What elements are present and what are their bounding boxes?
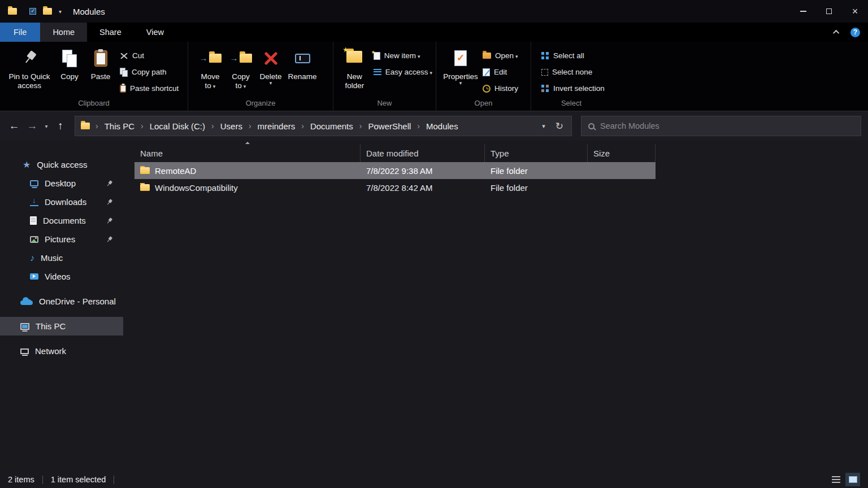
documents-icon [30,216,37,225]
select-none-button[interactable]: Select none [538,64,608,80]
sidebar-item-onedrive[interactable]: OneDrive - Personal [0,292,123,311]
file-type: File folder [485,183,588,193]
sidebar-item-quick-access[interactable]: Quick access [0,155,123,174]
move-to-icon: → [199,53,222,63]
up-button[interactable]: ↑ [52,120,69,132]
breadcrumb-local-disk[interactable]: Local Disk (C:) [144,121,211,131]
open-button[interactable]: Open [479,48,522,63]
copy-to-button[interactable]: → Copy to [225,45,256,90]
details-view-icon [832,476,840,483]
status-bar: 2 items 1 item selected [0,471,868,488]
qat-properties-icon[interactable] [29,8,36,15]
forward-button[interactable]: → [24,120,41,132]
file-date-modified: 7/8/2022 8:42 AM [361,183,485,193]
breadcrumb-users[interactable]: Users [214,121,249,131]
tab-view[interactable]: View [134,23,176,42]
search-icon [588,123,594,129]
table-row[interactable]: RemoteAD 7/8/2022 9:38 AM File folder [134,162,656,179]
column-header-size[interactable]: Size [588,144,656,162]
tab-home[interactable]: Home [40,23,87,42]
cut-button[interactable]: Cut [116,48,182,63]
select-all-button[interactable]: Select all [538,48,608,63]
scissors-icon [120,51,128,60]
sidebar-item-music[interactable]: Music [0,249,123,267]
tab-share[interactable]: Share [87,23,134,42]
table-row[interactable]: WindowsCompatibility 7/8/2022 8:42 AM Fi… [134,179,656,196]
sidebar-item-downloads[interactable]: Downloads [0,193,123,211]
maximize-button[interactable] [816,0,842,23]
breadcrumb-documents[interactable]: Documents [304,121,359,131]
folder-icon [140,167,150,174]
close-button[interactable]: × [842,0,868,23]
sidebar-item-desktop[interactable]: Desktop [0,174,123,193]
move-to-button[interactable]: → Move to [195,45,225,90]
sidebar-item-this-pc[interactable]: This PC [0,317,123,336]
videos-icon [30,273,38,280]
pin-to-quick-access-button[interactable]: Pin to Quick access [5,45,54,90]
column-header-date-modified[interactable]: Date modified [361,144,485,162]
breadcrumb-powershell[interactable]: PowerShell [362,121,417,131]
collapse-ribbon-icon[interactable] [833,30,839,36]
delete-button[interactable]: Delete ▾ [256,45,285,85]
breadcrumb-modules[interactable]: Modules [420,121,465,131]
refresh-icon[interactable] [555,120,563,132]
new-item-icon [374,52,380,60]
paste-shortcut-icon [120,85,126,93]
pin-icon [18,47,41,70]
easy-access-button[interactable]: Easy access [370,64,436,80]
breadcrumb-this-pc[interactable]: This PC [98,121,141,131]
paste-button[interactable]: Paste [85,45,116,81]
sidebar-item-videos[interactable]: Videos [0,267,123,286]
copy-icon [62,50,77,67]
history-button[interactable]: History [479,81,522,96]
sort-ascending-icon [245,142,250,144]
edit-button[interactable]: Edit [479,64,522,80]
back-button[interactable]: ← [6,120,23,132]
qat-customize-chevron-icon[interactable]: ▾ [59,8,62,15]
copy-button[interactable]: Copy [54,45,85,81]
breadcrumb-mreinders[interactable]: mreinders [251,121,302,131]
delete-dropdown-caret-icon: ▾ [270,81,272,85]
new-folder-button[interactable]: New folder [339,45,370,90]
maximize-icon [826,8,832,14]
paste-icon [94,50,107,67]
group-label-select: Select [531,97,611,111]
rename-button[interactable]: Rename [285,45,319,81]
downloads-icon [30,198,38,206]
details-view-button[interactable] [828,473,843,486]
new-item-button[interactable]: New item [370,48,436,63]
column-header-name[interactable]: Name [134,144,361,162]
app-folder-icon [8,8,17,15]
invert-selection-button[interactable]: Invert selection [538,81,608,96]
sidebar-item-network[interactable]: Network [0,342,123,360]
tab-file[interactable]: File [0,23,40,42]
delete-icon [263,51,279,66]
address-dropdown-icon[interactable]: ▾ [542,123,545,130]
file-explorer-window: ▾ Modules × File Home Share View ? Pin t… [0,0,868,488]
copy-path-button[interactable]: Copy path [116,64,182,80]
file-date-modified: 7/8/2022 9:38 AM [361,166,485,176]
navigation-bar: ← → ▾ ↑ This PC Local Disk (C:) Users mr… [0,111,868,141]
thumbnail-view-button[interactable] [845,473,860,486]
properties-icon [454,50,467,66]
recent-locations-icon[interactable]: ▾ [42,123,51,129]
paste-shortcut-button[interactable]: Paste shortcut [116,81,182,96]
ribbon-group-select: Select all Select none Invert selection … [531,42,611,111]
search-box [581,116,861,136]
address-bar[interactable]: This PC Local Disk (C:) Users mreinders … [75,116,572,136]
this-pc-icon [20,323,29,330]
sidebar-item-documents[interactable]: Documents [0,211,123,230]
help-icon[interactable]: ? [850,28,860,37]
column-headers: Name Date modified Type Size [134,144,656,162]
minimize-button[interactable] [790,0,816,23]
column-header-type[interactable]: Type [485,144,588,162]
ribbon: Pin to Quick access Copy Paste Cut [0,42,868,111]
sidebar-item-pictures[interactable]: Pictures [0,230,123,249]
open-icon [483,53,491,59]
qat-new-folder-icon[interactable] [43,8,52,15]
invert-selection-icon [541,85,549,93]
properties-button[interactable]: Properties ▾ [442,45,479,85]
search-input[interactable] [600,121,854,130]
group-label-clipboard: Clipboard [0,97,188,111]
file-type: File folder [485,166,588,176]
